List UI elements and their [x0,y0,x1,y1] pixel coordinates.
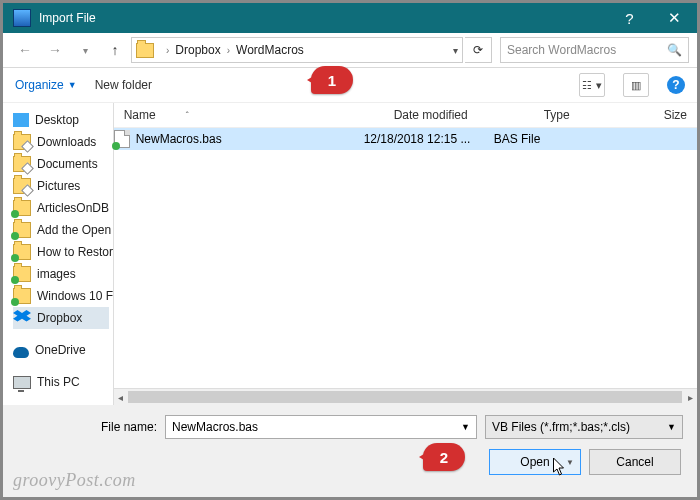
scroll-thumb[interactable] [128,391,682,403]
file-type: BAS File [494,132,594,146]
folder-icon [13,266,31,282]
folder-icon [13,134,31,150]
dropbox-icon [13,310,31,326]
folder-icon [13,178,31,194]
filename-input[interactable]: NewMacros.bas ▼ [165,415,477,439]
chevron-down-icon: ▼ [667,422,676,432]
chevron-right-icon: › [227,45,230,56]
chevron-down-icon: ▼ [68,80,77,90]
col-name[interactable]: Name [124,108,156,122]
tree-onedrive[interactable]: OneDrive [13,339,113,361]
breadcrumb-seg[interactable]: WordMacros [236,43,304,57]
tree-downloads[interactable]: Downloads [13,131,113,153]
tree-thispc[interactable]: This PC [13,371,113,393]
folder-icon [13,288,31,304]
help-icon[interactable]: ? [667,76,685,94]
chevron-down-icon[interactable]: ▾ [453,45,458,56]
desktop-icon [13,113,29,127]
search-input[interactable]: Search WordMacros 🔍 [500,37,689,63]
breadcrumb[interactable]: › Dropbox › WordMacros ▾ [131,37,463,63]
breadcrumb-seg[interactable]: Dropbox [175,43,220,57]
file-row[interactable]: NewMacros.bas 12/18/2018 12:15 ... BAS F… [114,128,697,150]
folder-icon [13,200,31,216]
dialog-body: Desktop Downloads Documents Pictures Art… [3,103,697,405]
forward-button: → [41,37,69,63]
col-type[interactable]: Type [534,108,654,122]
tree-articles[interactable]: ArticlesOnDB [13,197,113,219]
new-folder-button[interactable]: New folder [95,78,152,92]
cancel-button[interactable]: Cancel [589,449,681,475]
file-name: NewMacros.bas [136,132,222,146]
open-button[interactable]: Open▼ [489,449,581,475]
app-icon [13,9,31,27]
tree-images[interactable]: images [13,263,113,285]
column-headers[interactable]: Nameˆ Date modified Type Size [114,103,697,128]
view-options-button[interactable]: ☷ ▾ [579,73,605,97]
refresh-button[interactable]: ⟳ [465,37,492,63]
tree-pictures[interactable]: Pictures [13,175,113,197]
back-button[interactable]: ← [11,37,39,63]
folder-icon [13,222,31,238]
horizontal-scrollbar[interactable]: ◂ ▸ [114,388,697,405]
search-placeholder: Search WordMacros [507,43,616,57]
up-button[interactable]: ↑ [101,37,129,63]
nav-tree[interactable]: Desktop Downloads Documents Pictures Art… [3,103,114,405]
nav-bar: ← → ▾ ↑ › Dropbox › WordMacros ▾ ⟳ Searc… [3,33,697,68]
folder-icon [13,156,31,172]
file-list: Nameˆ Date modified Type Size NewMacros.… [114,103,697,405]
split-dropdown-icon[interactable]: ▼ [566,458,574,467]
search-icon: 🔍 [667,43,682,57]
tree-addopen[interactable]: Add the Open C [13,219,113,241]
bottom-panel: File name: NewMacros.bas ▼ VB Files (*.f… [3,405,697,497]
tree-win10[interactable]: Windows 10 File [13,285,113,307]
sort-asc-icon: ˆ [186,110,189,120]
tree-desktop[interactable]: Desktop [13,109,113,131]
titlebar: Import File ? ✕ [3,3,697,33]
col-date[interactable]: Date modified [384,108,534,122]
cursor-icon [553,458,566,476]
organize-menu[interactable]: Organize▼ [15,78,77,92]
tree-dropbox[interactable]: Dropbox [13,307,109,329]
file-icon [114,130,130,148]
tree-documents[interactable]: Documents [13,153,113,175]
scroll-left-icon[interactable]: ◂ [114,389,128,405]
filetype-select[interactable]: VB Files (*.frm;*.bas;*.cls) ▼ [485,415,683,439]
file-date: 12/18/2018 12:15 ... [364,132,494,146]
preview-pane-button[interactable]: ▥ [623,73,649,97]
onedrive-icon [13,347,29,358]
annotation-badge-1: 1 [311,66,353,94]
scroll-right-icon[interactable]: ▸ [683,389,697,405]
window-title: Import File [39,11,607,25]
folder-icon [13,244,31,260]
help-button[interactable]: ? [607,3,652,33]
close-button[interactable]: ✕ [652,3,697,33]
recent-dropdown[interactable]: ▾ [71,37,99,63]
folder-icon [136,43,154,58]
tree-restore[interactable]: How to Restore t [13,241,113,263]
chevron-right-icon: › [166,45,169,56]
annotation-badge-2: 2 [423,443,465,471]
pc-icon [13,376,31,389]
filename-label: File name: [17,420,157,434]
watermark: groovyPost.com [13,470,136,491]
col-size[interactable]: Size [654,108,697,122]
chevron-down-icon[interactable]: ▼ [461,422,470,432]
